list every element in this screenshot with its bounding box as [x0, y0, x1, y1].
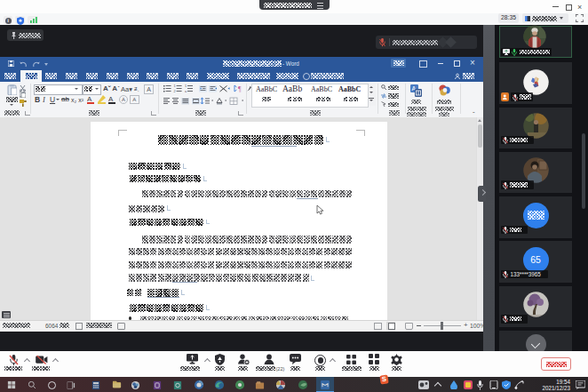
svg-text:1: 1	[174, 84, 176, 88]
svg-text:A: A	[87, 95, 92, 103]
svg-text:2: 2	[174, 90, 176, 92]
svg-text:a: a	[185, 90, 187, 92]
svg-text:1: 1	[185, 84, 187, 88]
svg-text:¶: ¶	[238, 85, 242, 92]
svg-text:A: A	[108, 95, 114, 103]
